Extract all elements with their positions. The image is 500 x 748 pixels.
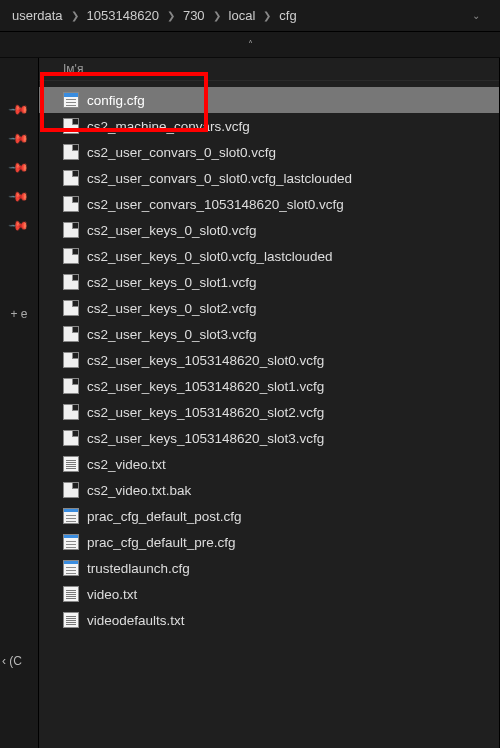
file-row[interactable]: videodefaults.txt — [39, 607, 499, 633]
file-row[interactable]: prac_cfg_default_post.cfg — [39, 503, 499, 529]
breadcrumb-item[interactable]: userdata — [8, 6, 67, 25]
breadcrumb[interactable]: userdata ❯ 1053148620 ❯ 730 ❯ local ❯ cf… — [0, 0, 500, 32]
generic-file-icon — [63, 222, 79, 238]
breadcrumb-item[interactable]: cfg — [275, 6, 300, 25]
file-row[interactable]: cs2_user_keys_1053148620_slot0.vcfg — [39, 347, 499, 373]
generic-file-icon — [63, 196, 79, 212]
generic-file-icon — [63, 404, 79, 420]
pin-icon[interactable]: 📌 — [8, 215, 30, 237]
file-name: cs2_user_keys_0_slot0.vcfg_lastclouded — [87, 249, 332, 264]
quick-access-gutter: 📌 📌 📌 📌 📌 + е — [0, 58, 38, 748]
file-row[interactable]: cs2_user_convars_0_slot0.vcfg_lastcloude… — [39, 165, 499, 191]
file-name: cs2_video.txt — [87, 457, 166, 472]
generic-file-icon — [63, 118, 79, 134]
file-name: trustedlaunch.cfg — [87, 561, 190, 576]
file-row[interactable]: trustedlaunch.cfg — [39, 555, 499, 581]
chevron-right-icon: ❯ — [167, 10, 175, 21]
generic-file-icon — [63, 482, 79, 498]
file-name: cs2_user_keys_0_slot3.vcfg — [87, 327, 257, 342]
cfg-file-icon — [63, 534, 79, 550]
file-name: prac_cfg_default_post.cfg — [87, 509, 242, 524]
txt-file-icon — [63, 586, 79, 602]
generic-file-icon — [63, 144, 79, 160]
truncated-sidebar-text: ‹ (C — [2, 654, 22, 668]
file-name: cs2_machine_convars.vcfg — [87, 119, 250, 134]
file-list: config.cfgcs2_machine_convars.vcfgcs2_us… — [39, 81, 499, 633]
pin-icon[interactable]: 📌 — [8, 99, 30, 121]
file-row[interactable]: cs2_user_keys_1053148620_slot1.vcfg — [39, 373, 499, 399]
generic-file-icon — [63, 248, 79, 264]
file-row[interactable]: cs2_user_keys_1053148620_slot3.vcfg — [39, 425, 499, 451]
pin-icon[interactable]: 📌 — [8, 157, 30, 179]
file-row[interactable]: cs2_user_keys_1053148620_slot2.vcfg — [39, 399, 499, 425]
cfg-file-icon — [63, 508, 79, 524]
generic-file-icon — [63, 430, 79, 446]
file-name: videodefaults.txt — [87, 613, 185, 628]
column-header-name[interactable]: Ім'я — [39, 58, 499, 81]
chevron-right-icon: ❯ — [71, 10, 79, 21]
gutter-label: + е — [10, 307, 27, 321]
file-row[interactable]: cs2_user_keys_0_slot0.vcfg_lastclouded — [39, 243, 499, 269]
generic-file-icon — [63, 352, 79, 368]
generic-file-icon — [63, 274, 79, 290]
file-row[interactable]: cs2_machine_convars.vcfg — [39, 113, 499, 139]
file-row[interactable]: video.txt — [39, 581, 499, 607]
file-name: cs2_user_keys_1053148620_slot2.vcfg — [87, 405, 324, 420]
file-row[interactable]: cs2_user_convars_0_slot0.vcfg — [39, 139, 499, 165]
txt-file-icon — [63, 456, 79, 472]
cfg-file-icon — [63, 92, 79, 108]
file-name: cs2_user_convars_1053148620_slot0.vcfg — [87, 197, 344, 212]
file-row[interactable]: cs2_user_keys_0_slot2.vcfg — [39, 295, 499, 321]
caret-up-icon: ˄ — [248, 39, 253, 50]
chevron-right-icon: ❯ — [213, 10, 221, 21]
breadcrumb-item[interactable]: 730 — [179, 6, 209, 25]
file-row[interactable]: cs2_user_keys_0_slot1.vcfg — [39, 269, 499, 295]
pin-icon[interactable]: 📌 — [8, 128, 30, 150]
txt-file-icon — [63, 612, 79, 628]
file-name: cs2_user_keys_0_slot2.vcfg — [87, 301, 257, 316]
breadcrumb-item[interactable]: local — [225, 6, 260, 25]
file-row[interactable]: cs2_user_keys_0_slot3.vcfg — [39, 321, 499, 347]
column-collapse-strip[interactable]: ˄ — [0, 32, 500, 58]
chevron-right-icon: ❯ — [263, 10, 271, 21]
breadcrumb-item[interactable]: 1053148620 — [83, 6, 163, 25]
file-name: cs2_video.txt.bak — [87, 483, 191, 498]
cfg-file-icon — [63, 560, 79, 576]
file-name: config.cfg — [87, 93, 145, 108]
file-pane: Ім'я config.cfgcs2_machine_convars.vcfgc… — [38, 58, 500, 748]
file-row[interactable]: cs2_user_convars_1053148620_slot0.vcfg — [39, 191, 499, 217]
file-row[interactable]: config.cfg — [39, 87, 499, 113]
file-name: cs2_user_keys_1053148620_slot1.vcfg — [87, 379, 324, 394]
file-row[interactable]: cs2_user_keys_0_slot0.vcfg — [39, 217, 499, 243]
file-name: video.txt — [87, 587, 137, 602]
file-name: cs2_user_convars_0_slot0.vcfg — [87, 145, 276, 160]
file-row[interactable]: prac_cfg_default_pre.cfg — [39, 529, 499, 555]
generic-file-icon — [63, 300, 79, 316]
file-row[interactable]: cs2_video.txt — [39, 451, 499, 477]
file-name: cs2_user_keys_1053148620_slot0.vcfg — [87, 353, 324, 368]
file-name: cs2_user_convars_0_slot0.vcfg_lastcloude… — [87, 171, 352, 186]
generic-file-icon — [63, 378, 79, 394]
generic-file-icon — [63, 326, 79, 342]
file-row[interactable]: cs2_video.txt.bak — [39, 477, 499, 503]
file-name: cs2_user_keys_1053148620_slot3.vcfg — [87, 431, 324, 446]
file-name: cs2_user_keys_0_slot1.vcfg — [87, 275, 257, 290]
generic-file-icon — [63, 170, 79, 186]
chevron-down-icon[interactable]: ⌄ — [460, 6, 492, 25]
file-name: prac_cfg_default_pre.cfg — [87, 535, 236, 550]
file-name: cs2_user_keys_0_slot0.vcfg — [87, 223, 257, 238]
pin-icon[interactable]: 📌 — [8, 186, 30, 208]
